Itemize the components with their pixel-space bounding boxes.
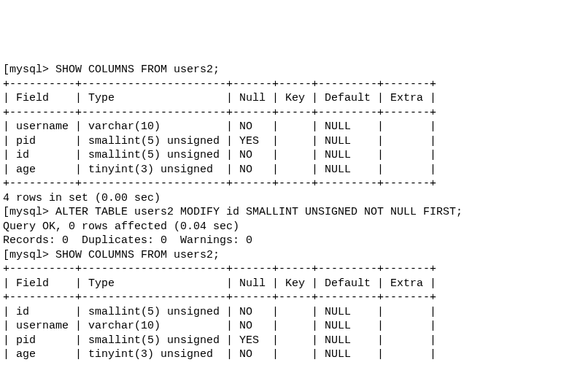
result-footer: 4 rows in set (0.00 sec)	[3, 191, 585, 206]
table-header-row: | Field | Type | Null | Key | Default | …	[3, 277, 585, 291]
mysql-prompt: [mysql>	[3, 64, 55, 76]
command-line-show1: [mysql> SHOW COLUMNS FROM users2;	[3, 63, 585, 77]
table-row: | pid | smallint(5) unsigned | YES | | N…	[3, 134, 585, 149]
table-header-row: | Field | Type | Null | Key | Default | …	[3, 91, 585, 106]
table-row: | age | tinyint(3) unsigned | NO | | NUL…	[3, 163, 585, 177]
mysql-terminal-output: [mysql> SHOW COLUMNS FROM users2;+------…	[3, 63, 585, 365]
table-row: | username | varchar(10) | NO | | NULL |…	[3, 120, 585, 134]
command-line-show2: [mysql> SHOW COLUMNS FROM users2;	[3, 248, 585, 263]
table-border: +----------+----------------------+-----…	[3, 177, 585, 191]
table-row: | age | tinyint(3) unsigned | NO | | NUL…	[3, 347, 585, 362]
alter-result-line: Query OK, 0 rows affected (0.04 sec)	[3, 220, 585, 234]
table-border: +----------+----------------------+-----…	[3, 77, 585, 92]
alter-result-line: Records: 0 Duplicates: 0 Warnings: 0	[3, 234, 585, 248]
table-border: +----------+----------------------+-----…	[3, 106, 585, 120]
table-border: +----------+----------------------+-----…	[3, 362, 585, 366]
table-row: | pid | smallint(5) unsigned | YES | | N…	[3, 334, 585, 348]
table-border: +----------+----------------------+-----…	[3, 291, 585, 305]
table-row: | username | varchar(10) | NO | | NULL |…	[3, 319, 585, 334]
sql-command: ALTER TABLE users2 MODIFY id SMALLINT UN…	[55, 206, 463, 218]
table-border: +----------+----------------------+-----…	[3, 262, 585, 277]
command-line-alter: [mysql> ALTER TABLE users2 MODIFY id SMA…	[3, 205, 585, 220]
mysql-prompt: [mysql>	[3, 206, 55, 218]
table-row: | id | smallint(5) unsigned | NO | | NUL…	[3, 305, 585, 320]
sql-command: SHOW COLUMNS FROM users2;	[55, 249, 220, 261]
table-row: | id | smallint(5) unsigned | NO | | NUL…	[3, 148, 585, 163]
mysql-prompt: [mysql>	[3, 249, 55, 261]
sql-command: SHOW COLUMNS FROM users2;	[55, 64, 220, 76]
